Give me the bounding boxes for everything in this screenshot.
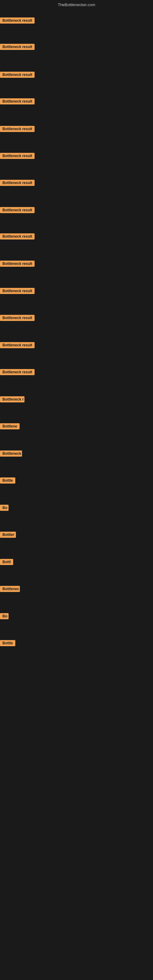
bottleneck-result-badge[interactable]: Bottleneck result xyxy=(0,153,35,159)
bottleneck-result-badge[interactable]: Bottleneck result xyxy=(0,72,35,78)
bottleneck-badge-row: Bottlene xyxy=(0,423,19,431)
bottleneck-badge-row: Bottlenec xyxy=(0,586,20,593)
bottleneck-badge-row: Bottle xyxy=(0,640,15,648)
bottleneck-result-badge[interactable]: Bo xyxy=(0,505,9,511)
bottleneck-badge-row: Bottleneck result xyxy=(0,233,35,241)
bottleneck-result-badge[interactable]: Bottleneck result xyxy=(0,207,35,213)
bottleneck-badge-row: Bottleneck result xyxy=(0,261,35,268)
bottleneck-badge-row: Bottleneck result xyxy=(0,207,35,215)
bottleneck-result-badge[interactable]: Bottleneck result xyxy=(0,288,35,294)
bottleneck-badge-row: Bottleneck result xyxy=(0,369,35,376)
site-header: TheBottlenecker.com xyxy=(0,0,153,8)
bottleneck-result-badge[interactable]: Bottleneck result xyxy=(0,18,35,24)
bottleneck-result-badge[interactable]: Bottleneck result xyxy=(0,233,35,240)
bottleneck-badge-row: Bottleneck result xyxy=(0,180,35,187)
bottleneck-badge-row: Bottleneck xyxy=(0,450,22,458)
bottleneck-badge-row: Bottleneck r xyxy=(0,396,24,404)
bottleneck-badge-row: Bo xyxy=(0,505,9,512)
bottleneck-badge-row: Bottleneck result xyxy=(0,18,35,25)
bottleneck-result-badge[interactable]: Bottleneck result xyxy=(0,44,35,50)
bottleneck-result-badge[interactable]: Bottlenec xyxy=(0,586,20,592)
bottleneck-result-badge[interactable]: Bo xyxy=(0,613,9,619)
bottleneck-badge-row: Bottleneck result xyxy=(0,342,35,350)
bottleneck-result-badge[interactable]: Bottlene xyxy=(0,423,19,430)
bottleneck-result-badge[interactable]: Bottle xyxy=(0,477,15,484)
bottleneck-result-badge[interactable]: Bottleneck xyxy=(0,450,22,457)
bottleneck-badge-row: Bottl xyxy=(0,559,13,566)
bottleneck-badge-row: Bottleneck result xyxy=(0,288,35,295)
bottleneck-result-badge[interactable]: Bottleneck result xyxy=(0,126,35,132)
bottleneck-badge-row: Bottleneck result xyxy=(0,126,35,133)
bottleneck-result-badge[interactable]: Bottleneck result xyxy=(0,342,35,348)
bottleneck-badge-row: Bottleneck result xyxy=(0,315,35,322)
bottleneck-badge-row: Bottle xyxy=(0,477,15,485)
bottleneck-badge-row: Bo xyxy=(0,613,9,620)
bottleneck-result-badge[interactable]: Bottleneck result xyxy=(0,98,35,105)
bottleneck-result-badge[interactable]: Bottle xyxy=(0,640,15,646)
bottleneck-result-badge[interactable]: Bottleneck result xyxy=(0,369,35,375)
bottleneck-result-badge[interactable]: Bottl xyxy=(0,559,13,565)
bottleneck-badge-row: Bottler xyxy=(0,531,16,539)
bottleneck-badge-row: Bottleneck result xyxy=(0,72,35,79)
bottleneck-badge-row: Bottleneck result xyxy=(0,98,35,106)
bottleneck-result-badge[interactable]: Bottleneck result xyxy=(0,180,35,186)
bottleneck-result-badge[interactable]: Bottleneck result xyxy=(0,261,35,267)
bottleneck-result-badge[interactable]: Bottler xyxy=(0,531,16,538)
bottleneck-badge-row: Bottleneck result xyxy=(0,44,35,51)
bottleneck-badge-row: Bottleneck result xyxy=(0,153,35,160)
bottleneck-result-badge[interactable]: Bottleneck r xyxy=(0,396,24,402)
bottleneck-result-badge[interactable]: Bottleneck result xyxy=(0,315,35,321)
